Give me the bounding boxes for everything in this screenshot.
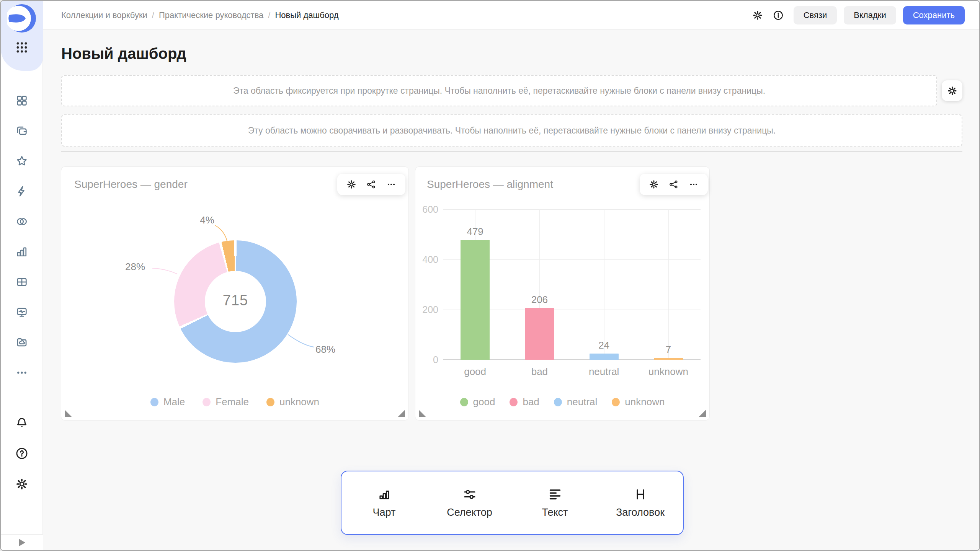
collections-icon[interactable] (15, 124, 28, 137)
resize-handle-bottom-left[interactable] (65, 410, 72, 417)
info-icon[interactable] (773, 10, 784, 21)
settings-gear-icon[interactable] (15, 478, 28, 491)
slice-label-unknown: 4% (194, 214, 220, 226)
apps-grid-icon[interactable] (15, 41, 29, 54)
legend-label: bad (523, 396, 539, 408)
charts-icon[interactable] (15, 245, 28, 258)
breadcrumb: Коллекции и воркбуки / Практические руко… (61, 10, 339, 20)
bar-legend: good bad neutral unknown (415, 396, 709, 408)
fixed-area-placeholder[interactable]: Эта область фиксируется при прокрутке ст… (61, 75, 937, 106)
expand-sidebar-icon[interactable] (19, 539, 25, 546)
bar (654, 358, 683, 360)
resize-handle-bottom-right[interactable] (398, 410, 405, 417)
add-selector-button[interactable]: Селектор (427, 487, 512, 518)
tabs-button[interactable]: Вкладки (844, 6, 896, 24)
legend-label: Female (216, 396, 249, 408)
widget-share-icon[interactable] (366, 179, 376, 189)
legend-item-unknown[interactable]: unknown (266, 396, 319, 408)
y-tick: 200 (419, 304, 438, 315)
sidebar-bottom (1, 416, 43, 491)
widget-toolbar (640, 174, 708, 195)
selector-icon (463, 487, 477, 501)
legend-label: unknown (625, 396, 665, 408)
quick-actions-icon[interactable] (15, 185, 28, 198)
resize-handle-bottom-right[interactable] (699, 410, 706, 417)
storage-icon[interactable] (15, 336, 28, 349)
legend-item-male[interactable]: Male (150, 396, 185, 408)
favorites-icon[interactable] (15, 155, 28, 168)
panel-item-label: Заголовок (616, 507, 665, 518)
widget-settings-gear-icon[interactable] (346, 179, 356, 189)
help-icon[interactable] (15, 447, 28, 460)
legend-dot (612, 398, 620, 406)
monitoring-icon[interactable] (15, 306, 28, 319)
category-label: unknown (636, 366, 701, 378)
fixed-area-row: Эта область фиксируется при прокрутке ст… (61, 75, 962, 106)
bar-columns: 479 206 24 7 (443, 209, 701, 360)
save-button[interactable]: Сохранить (903, 6, 965, 24)
breadcrumb-separator: / (152, 10, 154, 20)
relations-button[interactable]: Связи (794, 6, 837, 24)
datalens-logo[interactable] (7, 4, 36, 33)
widget-more-icon[interactable] (689, 179, 699, 189)
dashboard-canvas: Новый дашборд Эта область фиксируется пр… (43, 30, 979, 550)
add-chart-button[interactable]: Чарт (341, 487, 427, 518)
collapsible-area-placeholder[interactable]: Эту область можно сворачивать и разворач… (61, 114, 962, 147)
add-block-panel: Чарт Селектор Текст Заголовок (341, 471, 684, 535)
legend-label: unknown (279, 396, 319, 408)
add-heading-button[interactable]: Заголовок (598, 487, 683, 518)
widget-share-icon[interactable] (669, 179, 679, 189)
slice-label-male: 68% (310, 344, 341, 355)
legend-item-bad[interactable]: bad (510, 396, 539, 408)
chart-icon (377, 487, 391, 501)
fixed-area-settings-button[interactable] (942, 80, 962, 101)
category-label: bad (507, 366, 572, 378)
widget-title: SuperHeroes — alignment (427, 178, 553, 191)
bar-plot-area: 600 400 200 0 479 206 24 (443, 209, 701, 360)
sidebar (1, 1, 43, 550)
legend-dot (510, 398, 518, 406)
widget-gender-donut[interactable]: SuperHeroes — gender 715 4% 28% 68% Male (61, 167, 408, 420)
collapsible-area-row: Эту область можно сворачивать и разворач… (61, 114, 962, 147)
legend-dot (554, 398, 562, 406)
legend-item-good[interactable]: good (460, 396, 495, 408)
add-text-button[interactable]: Текст (512, 487, 598, 518)
widget-more-icon[interactable] (386, 179, 396, 189)
area-divider (61, 151, 962, 152)
resize-handle-bottom-left[interactable] (419, 410, 426, 417)
bar-column-neutral: 24 (572, 209, 636, 360)
text-icon (548, 487, 562, 501)
legend-item-unknown[interactable]: unknown (612, 396, 665, 408)
fixed-area-hint: Эта область фиксируется при прокрутке ст… (233, 86, 765, 96)
category-label: good (443, 366, 507, 378)
tables-icon[interactable] (15, 276, 28, 289)
category-labels: good bad neutral unknown (443, 366, 701, 378)
dashboards-icon[interactable] (15, 94, 28, 107)
gear-icon (947, 86, 957, 96)
legend-dot (460, 398, 468, 406)
y-tick: 600 (419, 204, 438, 215)
panel-item-label: Текст (542, 507, 568, 518)
widget-alignment-bars[interactable]: SuperHeroes — alignment 600 400 200 0 47… (415, 167, 709, 420)
bar-column-unknown: 7 (636, 209, 701, 360)
legend-dot (203, 398, 211, 406)
widget-settings-gear-icon[interactable] (649, 179, 659, 189)
notifications-bell-icon[interactable] (15, 416, 28, 429)
top-header: Коллекции и воркбуки / Практические руко… (43, 1, 979, 30)
legend-item-neutral[interactable]: neutral (554, 396, 598, 408)
legend-label: good (473, 396, 495, 408)
breadcrumb-collections[interactable]: Коллекции и воркбуки (61, 10, 147, 20)
header-actions: Связи Вкладки Сохранить (752, 6, 979, 24)
bar (525, 308, 554, 360)
bar (461, 240, 490, 360)
connections-icon[interactable] (15, 215, 28, 228)
dashboard-settings-gear-icon[interactable] (752, 10, 763, 21)
breadcrumb-workbook[interactable]: Практические руководства (159, 10, 263, 20)
sidebar-nav (1, 94, 43, 379)
heading-icon (634, 487, 647, 501)
bar-value: 206 (531, 294, 548, 306)
category-label: neutral (572, 366, 636, 378)
bar-value: 24 (598, 339, 609, 351)
more-icon[interactable] (15, 366, 28, 379)
legend-item-female[interactable]: Female (203, 396, 249, 408)
